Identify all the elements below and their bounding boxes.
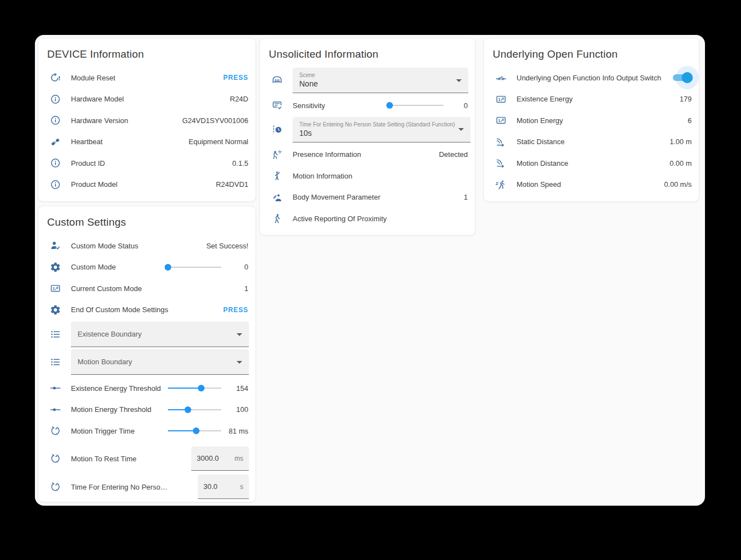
account-check-icon	[49, 239, 62, 252]
underlying-open-function-title: Underlying Open Function	[484, 38, 699, 67]
motion-distance-label: Motion Distance	[517, 159, 568, 167]
time-setting-dropdown-value: 10s	[299, 129, 455, 138]
time-setting-row: Time For Entering No Person State Settin…	[260, 116, 475, 143]
product-id-row: Product ID 0.1.5	[38, 152, 255, 174]
heartbeat-row: Heartbeat Equipment Normal	[38, 131, 255, 153]
motion-information-row: Motion Information	[260, 165, 475, 187]
connection-icon	[49, 135, 62, 149]
scene-dropdown-value: None	[299, 79, 453, 88]
existence-boundary-dropdown[interactable]: Existence Boundary	[71, 322, 249, 347]
end-of-custom-mode-label: End Of Custom Mode Settings	[71, 306, 168, 314]
motion-boundary-row: Motion Boundary	[38, 348, 255, 376]
hardware-model-label: Hardware Model	[71, 95, 124, 103]
counter-icon	[494, 114, 508, 127]
walk-icon	[270, 212, 284, 225]
device-information-title: DEVICE Information	[38, 38, 255, 67]
sensitivity-value: 0	[443, 101, 468, 110]
custom-settings-title: Custom Settings	[38, 206, 255, 235]
scene-row: Scene None	[260, 67, 475, 94]
electric-switch-icon	[494, 71, 508, 84]
product-id-label: Product ID	[71, 159, 105, 167]
heartbeat-value: Equipment Normal	[184, 138, 248, 146]
information-icon	[49, 178, 62, 191]
module-reset-row: Module Reset PRESS	[38, 67, 255, 89]
unsolicited-information-title: Unsolicited Information	[260, 38, 475, 67]
output-switch-label: Underlying Open Function Info Output Swi…	[517, 74, 661, 82]
time-no-person-unit: s	[237, 483, 243, 491]
hardware-model-row: Hardware Model R24D	[38, 89, 255, 110]
time-no-person-row: Time For Entering No Perso… 30.0 s	[38, 473, 255, 501]
active-reporting-label: Active Reporting Of Proximity	[293, 215, 387, 223]
motion-boundary-dropdown[interactable]: Motion Boundary	[71, 349, 249, 375]
dashboard-content: DEVICE Information Module Reset PRESS Ha…	[35, 35, 705, 506]
body-movement-row: Body Movement Parameter 1	[260, 187, 475, 208]
body-movement-label: Body Movement Parameter	[293, 193, 380, 201]
motion-energy-label: Motion Energy	[517, 116, 563, 125]
active-reporting-row: Active Reporting Of Proximity	[260, 208, 475, 230]
sensitivity-row: Sensitivity 0	[260, 95, 475, 116]
motion-energy-threshold-slider[interactable]	[168, 406, 221, 414]
presence-information-value: Detected	[435, 150, 468, 159]
motion-trigger-time-value: 81 ms	[221, 427, 248, 435]
static-distance-value: 1.00 m	[665, 138, 692, 146]
custom-mode-label: Custom Mode	[71, 263, 116, 271]
underlying-open-function-card: Underlying Open Function Underlying Open…	[483, 38, 699, 202]
information-icon	[49, 114, 62, 127]
existence-boundary-label: Existence Boundary	[78, 330, 233, 338]
existence-boundary-row: Existence Boundary	[38, 320, 255, 348]
current-custom-mode-value: 1	[240, 284, 248, 293]
time-no-person-input[interactable]: 30.0 s	[198, 475, 249, 499]
hardware-model-value: R24D	[226, 95, 248, 103]
output-switch-row: Underlying Open Function Info Output Swi…	[484, 67, 699, 89]
timer-icon	[49, 424, 62, 437]
chevron-down-icon	[237, 361, 242, 364]
motion-energy-threshold-row: Motion Energy Threshold 100	[38, 399, 255, 421]
static-distance-label: Static Distance	[517, 138, 565, 146]
motion-information-label: Motion Information	[293, 172, 352, 180]
information-icon	[49, 93, 62, 106]
motion-energy-threshold-label: Motion Energy Threshold	[71, 405, 151, 414]
motion-speed-row: Motion Speed 0.00 m/s	[484, 174, 699, 196]
hardware-version-value: G24VD1SYV001006	[178, 116, 248, 125]
scene-dropdown[interactable]: Scene None	[293, 68, 468, 93]
counter-icon	[49, 282, 62, 295]
chevron-down-icon	[458, 128, 464, 131]
motion-trigger-time-row: Motion Trigger Time 81 ms	[38, 420, 255, 442]
motion-trigger-time-slider[interactable]	[168, 427, 221, 435]
unsolicited-information-card: Unsolicited Information Scene None Sensi…	[259, 38, 476, 236]
list-icon	[49, 328, 62, 341]
hardware-version-label: Hardware Version	[71, 116, 128, 125]
current-custom-mode-label: Current Custom Mode	[71, 284, 142, 293]
product-model-label: Product Model	[71, 180, 117, 189]
motion-energy-threshold-value: 100	[221, 405, 248, 414]
chevron-down-icon	[237, 333, 242, 336]
information-icon	[49, 156, 62, 170]
existence-energy-threshold-slider[interactable]	[168, 384, 221, 392]
static-distance-row: Static Distance 1.00 m	[484, 131, 699, 153]
time-setting-dropdown[interactable]: Time For Entering No Person State Settin…	[293, 117, 471, 142]
motion-to-rest-time-label: Motion To Rest Time	[71, 455, 136, 463]
existence-energy-threshold-value: 154	[221, 384, 248, 393]
slider-icon	[49, 403, 62, 416]
custom-mode-status-label: Custom Mode Status	[71, 242, 138, 250]
heartbeat-label: Heartbeat	[71, 138, 103, 146]
output-switch-toggle[interactable]	[672, 72, 692, 83]
cog-icon	[49, 261, 62, 274]
end-of-custom-mode-row: End Of Custom Mode Settings PRESS	[38, 299, 255, 321]
signal-distance-icon	[494, 156, 508, 170]
existence-energy-threshold-label: Existence Energy Threshold	[71, 384, 161, 393]
motion-to-rest-time-input[interactable]: 3000.0 ms	[191, 446, 249, 471]
end-of-custom-mode-press-button[interactable]: PRESS	[219, 306, 248, 314]
device-information-card: DEVICE Information Module Reset PRESS Ha…	[38, 38, 256, 202]
product-id-value: 0.1.5	[228, 159, 248, 167]
motion-boundary-label: Motion Boundary	[78, 358, 233, 366]
existence-energy-label: Existence Energy	[517, 95, 573, 103]
motion-energy-value: 6	[683, 116, 692, 125]
custom-mode-slider[interactable]	[168, 263, 221, 271]
product-model-row: Product Model R24DVD1	[38, 174, 255, 196]
motion-distance-row: Motion Distance 0.00 m	[484, 152, 699, 174]
module-reset-press-button[interactable]: PRESS	[219, 74, 248, 82]
motion-to-rest-time-input-value: 3000.0	[197, 454, 219, 462]
sensitivity-slider[interactable]	[388, 101, 443, 109]
garage-icon	[270, 74, 284, 87]
